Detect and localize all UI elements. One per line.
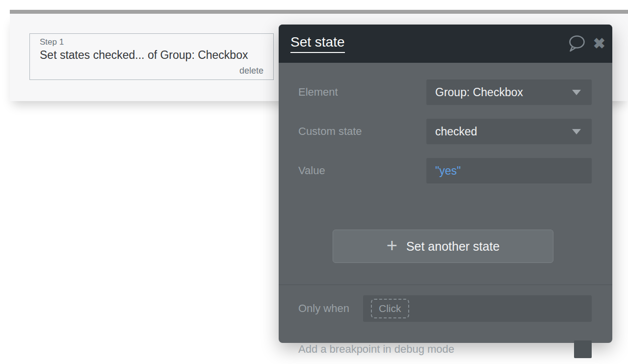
- section-divider: [279, 285, 612, 285]
- custom-state-dropdown-value: checked: [435, 125, 477, 138]
- element-label: Element: [298, 79, 338, 105]
- chevron-down-icon: [572, 90, 581, 95]
- comment-bubble-icon[interactable]: [567, 34, 586, 53]
- set-another-state-label: Set another state: [406, 239, 499, 254]
- only-when-condition-field[interactable]: Click: [363, 295, 592, 322]
- plus-icon: +: [387, 245, 397, 248]
- value-expression-field[interactable]: "yes": [426, 158, 592, 183]
- dialog-title[interactable]: Set state: [290, 34, 345, 53]
- step-title: Set states checked... of Group: Checkbox: [40, 49, 263, 62]
- value-label: Value: [298, 158, 325, 183]
- value-expression-text: "yes": [435, 164, 461, 178]
- element-dropdown-value: Group: Checkbox: [435, 86, 523, 99]
- set-another-state-button[interactable]: + Set another state: [333, 230, 553, 263]
- dialog-header-icons: ✖: [567, 34, 605, 53]
- chevron-down-icon: [572, 129, 581, 134]
- dialog-body: Element Group: Checkbox Custom state che…: [279, 63, 612, 343]
- dialog-header: Set state ✖: [279, 25, 612, 63]
- click-condition-chip[interactable]: Click: [371, 299, 409, 318]
- only-when-label: Only when: [298, 295, 349, 322]
- custom-state-dropdown[interactable]: checked: [426, 119, 592, 144]
- breakpoint-label: Add a breakpoint in debug mode: [298, 340, 454, 358]
- close-icon[interactable]: ✖: [593, 36, 605, 51]
- set-state-dialog: Set state ✖ Element Group: Checkbox Cust…: [279, 25, 612, 343]
- window-chrome-bar: [10, 10, 628, 14]
- breakpoint-checkbox[interactable]: [574, 340, 592, 358]
- element-dropdown[interactable]: Group: Checkbox: [426, 79, 592, 105]
- delete-step-link[interactable]: delete: [239, 66, 263, 76]
- workflow-step-card[interactable]: Step 1 Set states checked... of Group: C…: [29, 33, 274, 80]
- custom-state-label: Custom state: [298, 119, 362, 144]
- step-number-label: Step 1: [40, 37, 263, 47]
